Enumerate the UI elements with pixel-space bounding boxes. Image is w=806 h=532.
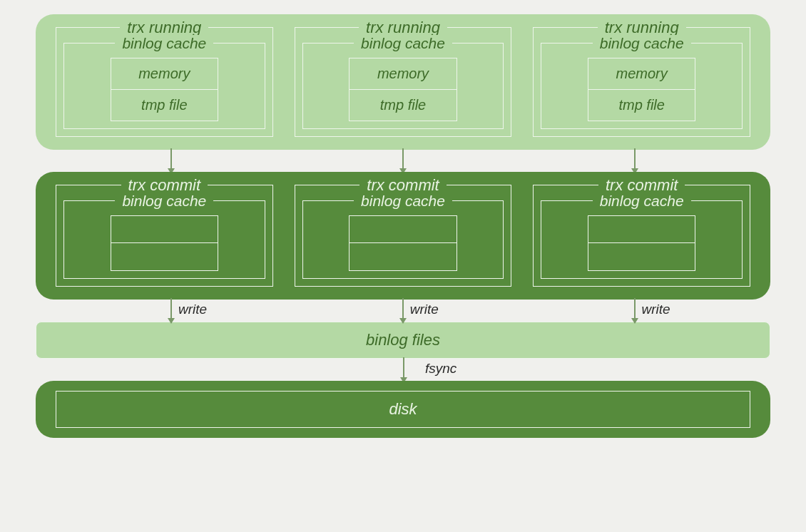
binlog-cache-label: binlog cache [593, 193, 691, 210]
arrow-container: write [56, 298, 287, 323]
arrows-running-to-commit [56, 148, 750, 173]
cache-cells: memory tmp file [588, 58, 696, 121]
trx-running-block: trx running binlog cache memory tmp file [56, 27, 273, 137]
stage-trx-running: trx running binlog cache memory tmp file… [36, 14, 770, 150]
stage-disk: disk [36, 381, 770, 438]
write-label: write [641, 302, 670, 317]
write-label: write [410, 302, 439, 317]
binlog-cache-label: binlog cache [115, 35, 213, 52]
trx-running-block: trx running binlog cache memory tmp file [533, 27, 750, 137]
cache-cells: memory tmp file [349, 58, 457, 121]
stage-trx-commit: trx commit binlog cache trx commit binlo… [36, 172, 770, 300]
write-label: write [178, 302, 207, 317]
arrow-container: write [519, 298, 750, 323]
arrow-icon [170, 148, 172, 173]
binlog-cache-label: binlog cache [115, 193, 213, 210]
tmpfile-cell: tmp file [111, 90, 218, 121]
binlog-cache-label: binlog cache [354, 193, 452, 210]
arrow-binlog-to-disk: fsync [36, 357, 770, 382]
binlog-cache-box: binlog cache memory tmp file [63, 43, 265, 129]
memory-cell: memory [111, 58, 218, 90]
binlog-cache-label: binlog cache [354, 35, 452, 52]
binlog-cache-label: binlog cache [593, 35, 691, 52]
arrow-icon [403, 357, 404, 382]
memory-cell: memory [588, 58, 695, 90]
trx-commit-block: trx commit binlog cache [295, 185, 512, 287]
binlog-cache-box: binlog cache [302, 200, 504, 279]
empty-cell [111, 243, 218, 270]
trx-commit-block: trx commit binlog cache [533, 185, 750, 287]
cache-cells-empty [588, 215, 696, 271]
arrow-icon [634, 148, 636, 173]
trx-commit-row: trx commit binlog cache trx commit binlo… [56, 185, 750, 287]
binlog-cache-box: binlog cache memory tmp file [541, 43, 743, 129]
empty-cell [588, 216, 695, 243]
fsync-label: fsync [425, 361, 456, 377]
tmpfile-cell: tmp file [588, 90, 695, 121]
binlog-cache-box: binlog cache memory tmp file [302, 43, 504, 129]
arrow-icon [634, 298, 636, 323]
arrow-icon [170, 298, 172, 323]
cache-cells: memory tmp file [111, 58, 219, 121]
trx-commit-block: trx commit binlog cache [56, 185, 273, 287]
arrow-icon [402, 298, 404, 323]
arrow-container [287, 148, 519, 173]
arrow-container [519, 148, 750, 173]
arrow-icon [402, 148, 404, 173]
empty-cell [350, 216, 456, 243]
arrows-commit-to-binlogfiles: write write write [56, 298, 750, 323]
disk-bar: disk [56, 391, 750, 428]
binlog-cache-box: binlog cache [63, 200, 265, 279]
binlog-files-bar: binlog files [36, 322, 770, 359]
binlog-cache-box: binlog cache [541, 200, 743, 279]
memory-cell: memory [350, 58, 456, 90]
disk-label: disk [389, 400, 417, 418]
binlog-files-label: binlog files [366, 331, 440, 349]
cache-cells-empty [349, 215, 457, 271]
tmpfile-cell: tmp file [350, 90, 456, 121]
empty-cell [111, 216, 218, 243]
trx-running-block: trx running binlog cache memory tmp file [295, 27, 512, 137]
arrow-container [56, 148, 287, 173]
trx-running-row: trx running binlog cache memory tmp file… [56, 27, 750, 137]
empty-cell [350, 243, 456, 270]
cache-cells-empty [111, 215, 219, 271]
arrow-container: write [287, 298, 519, 323]
empty-cell [588, 243, 695, 270]
